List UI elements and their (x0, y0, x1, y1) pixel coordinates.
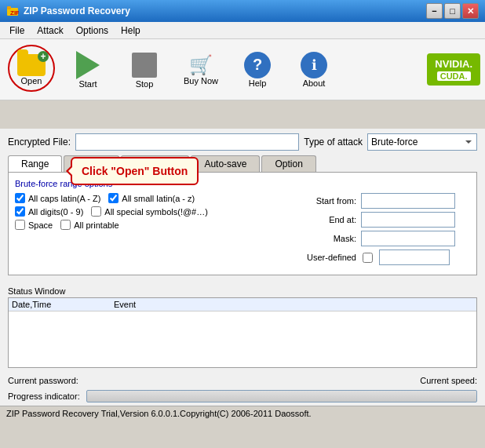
checkbox-all-printable[interactable]: All printable (60, 220, 119, 230)
user-defined-input[interactable] (379, 249, 450, 265)
status-event-header: Event (114, 300, 473, 309)
right-fields: Start from: End at: Mask: User-defined (297, 193, 470, 268)
tab-autosave[interactable]: Auto-save (191, 155, 260, 172)
encrypted-file-label: Encrypted File: (8, 137, 71, 148)
stop-label: Stop (136, 79, 154, 89)
attack-type-label: Type of attack (304, 137, 363, 148)
user-defined-checkbox[interactable] (363, 253, 373, 263)
about-icon: ℹ (301, 52, 327, 78)
encrypted-file-input[interactable] (75, 133, 299, 151)
range-tab-panel: Brute-force range options All caps latin… (8, 172, 477, 275)
start-from-input[interactable] (361, 193, 455, 209)
footer: ZIP Password Recovery Trial,Version 6.0.… (0, 406, 485, 421)
buynow-button[interactable]: 🛒 Buy Now (174, 43, 228, 97)
progress-bar (86, 390, 477, 402)
progress-row: Progress indicator: (0, 388, 485, 406)
menu-help[interactable]: Help (115, 24, 147, 38)
start-icon (72, 51, 104, 79)
field-mask: Mask: (297, 231, 470, 246)
cuda-text: CUDA. (437, 71, 471, 81)
checkbox-row-1: All caps latin(A - Z) All small latin(a … (15, 193, 290, 203)
app-icon: ZIP (6, 5, 19, 17)
start-button[interactable]: Start (61, 43, 115, 97)
checkbox-all-special[interactable]: All special symbols(!@#…) (91, 206, 208, 217)
menu-bar: File Attack Options Help (0, 22, 485, 39)
current-speed-label: Current speed: (420, 376, 477, 385)
status-body (9, 311, 476, 366)
toolbar: + Open Start Stop 🛒 Buy Now ? Help ℹ Abo… (0, 39, 485, 100)
tab-inner: All caps latin(A - Z) All small latin(a … (15, 193, 470, 268)
footer-text: ZIP Password Recovery Trial,Version 6.0.… (6, 409, 312, 418)
mask-input[interactable] (361, 231, 455, 246)
restore-button[interactable]: □ (444, 3, 461, 19)
about-label: About (303, 78, 326, 88)
encrypted-file-row: Encrypted File: Type of attack Brute-for… (8, 133, 477, 151)
buynow-label: Buy Now (184, 76, 218, 86)
nvidia-badge: NVIDIA. CUDA. (427, 53, 480, 86)
status-table: Date,Time Event (8, 297, 477, 368)
callout-tooltip: Click "Open" Button (71, 157, 199, 185)
nvidia-text: NVIDIA. (435, 58, 472, 70)
close-button[interactable]: ✕ (462, 3, 479, 19)
mask-label: Mask: (297, 234, 356, 243)
help-button[interactable]: ? Help (231, 43, 284, 97)
start-from-label: Start from: (297, 196, 356, 206)
field-end-at: End at: (297, 212, 470, 228)
checkbox-row-3: Space All printable (15, 220, 290, 230)
current-password-label: Current password: (8, 376, 78, 385)
window-title: ZIP Password Recovery (24, 5, 426, 16)
field-start-from: Start from: (297, 193, 470, 209)
end-at-label: End at: (297, 215, 356, 224)
menu-options[interactable]: Options (70, 24, 115, 38)
checkbox-all-caps[interactable]: All caps latin(A - Z) (15, 193, 100, 203)
open-button[interactable]: + Open (5, 43, 58, 97)
about-button[interactable]: ℹ About (287, 43, 341, 97)
attack-type-select[interactable]: Brute-force Dictionary Mixed (367, 133, 477, 151)
attack-type-row: Type of attack Brute-force Dictionary Mi… (304, 133, 477, 151)
status-header: Date,Time Event (9, 298, 476, 311)
bottom-info: Current password: Current speed: (0, 373, 485, 388)
open-label: Open (21, 76, 42, 86)
help-icon: ? (244, 52, 271, 78)
stop-button[interactable]: Stop (118, 43, 171, 97)
start-label: Start (78, 79, 97, 89)
file-section: Encrypted File: Type of attack Brute-for… (0, 129, 485, 283)
end-at-input[interactable] (361, 212, 455, 228)
checkbox-all-digits[interactable]: All digits(0 - 9) (15, 206, 83, 217)
svg-text:ZIP: ZIP (10, 9, 19, 16)
stop-icon (129, 51, 160, 79)
cart-icon: 🛒 (189, 54, 213, 76)
minimize-button[interactable]: − (426, 3, 443, 19)
field-user-defined: User-defined (297, 249, 470, 265)
menu-attack[interactable]: Attack (31, 24, 69, 38)
left-options: All caps latin(A - Z) All small latin(a … (15, 193, 290, 268)
checkbox-row-2: All digits(0 - 9) All special symbols(!@… (15, 206, 290, 217)
window-controls: − □ ✕ (426, 3, 479, 19)
help-label: Help (249, 78, 267, 88)
menu-file[interactable]: File (3, 24, 31, 38)
tab-option[interactable]: Option (261, 155, 315, 172)
status-section: Status Window Date,Time Event (0, 283, 485, 373)
checkbox-all-small[interactable]: All small latin(a - z) (108, 193, 195, 203)
status-title: Status Window (8, 286, 477, 296)
title-bar: ZIP ZIP Password Recovery − □ ✕ (0, 0, 485, 22)
status-date-header: Date,Time (12, 300, 114, 309)
checkbox-space[interactable]: Space (15, 220, 53, 230)
tab-range[interactable]: Range (8, 155, 62, 172)
user-defined-label: User-defined (297, 253, 356, 262)
progress-indicator-label: Progress indicator: (8, 392, 80, 401)
open-icon: + (17, 54, 46, 76)
